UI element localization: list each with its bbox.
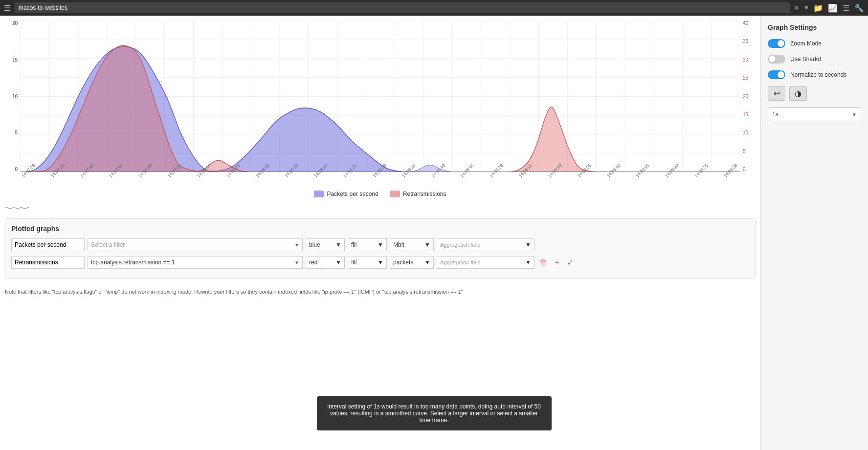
settings-panel: Graph Settings Zoom Mode Use Sharkd Norm… bbox=[760, 16, 868, 450]
contrast-icon: ◑ bbox=[795, 89, 801, 98]
y-axis-left: 20 15 10 5 0 bbox=[5, 21, 20, 172]
wrench-icon[interactable]: 🔧 bbox=[854, 3, 864, 13]
tooltip-text: Interval setting of 1s would result in t… bbox=[327, 403, 541, 424]
ok-row-button[interactable]: ✓ bbox=[565, 257, 575, 268]
graph-name-input-2[interactable] bbox=[11, 256, 85, 269]
legend-item-packets: Packets per second bbox=[314, 191, 378, 197]
y-axis-right: 40 35 30 25 20 15 10 5 0 bbox=[741, 21, 756, 172]
filter-select-text-2: tcp.analysis.retransmission == 1 bbox=[91, 259, 294, 266]
y-right-tick-20: 20 bbox=[743, 94, 748, 99]
color-value-1: blue bbox=[309, 241, 320, 248]
agg-arrow-1: ▼ bbox=[525, 241, 531, 248]
undo-button[interactable]: ↩ bbox=[768, 86, 785, 101]
color-arrow-2: ▼ bbox=[335, 259, 341, 266]
y-left-tick-5: 5 bbox=[15, 130, 18, 135]
filter-select-text-1: Select a filter bbox=[91, 241, 294, 248]
add-row-button[interactable]: ＋ bbox=[551, 257, 563, 269]
chart-area: 20 15 10 5 0 40 35 30 25 20 15 10 5 0 bbox=[0, 16, 760, 450]
zoom-mode-row: Zoom Mode bbox=[768, 39, 861, 48]
unit-arrow-1: ▼ bbox=[424, 241, 430, 248]
tooltip-bar: Interval setting of 1s would result in t… bbox=[317, 396, 552, 430]
y-right-tick-5: 5 bbox=[743, 149, 746, 154]
row-actions-2: 🗑 ＋ ✓ bbox=[537, 257, 575, 269]
use-sharkd-label: Use Sharkd bbox=[790, 56, 821, 63]
chart-legend: Packets per second Retransmissions bbox=[0, 191, 760, 197]
agg-arrow-2: ▼ bbox=[525, 259, 531, 266]
y-right-tick-25: 25 bbox=[743, 75, 748, 81]
settings-panel-title: Graph Settings bbox=[768, 23, 861, 31]
style-value-1: fill bbox=[351, 241, 356, 248]
normalize-row: Normalize to seconds bbox=[768, 70, 861, 79]
y-right-tick-30: 30 bbox=[743, 57, 748, 63]
zoom-mode-label: Zoom Mode bbox=[790, 40, 822, 47]
menu-icon[interactable]: ☰ bbox=[4, 3, 11, 13]
contrast-button[interactable]: ◑ bbox=[789, 86, 807, 101]
style-arrow-1: ▼ bbox=[378, 241, 383, 248]
interval-arrow: ▼ bbox=[852, 112, 857, 117]
color-select-2[interactable]: red ▼ bbox=[306, 256, 345, 269]
legend-label-packets: Packets per second bbox=[327, 191, 378, 197]
color-select-1[interactable]: blue ▼ bbox=[306, 238, 345, 251]
y-left-tick-0: 0 bbox=[15, 167, 18, 172]
table-row: Select a filter ▼ blue ▼ fill ▼ Mbit ▼ A… bbox=[11, 237, 749, 252]
y-left-tick-15: 15 bbox=[12, 57, 18, 63]
undo-icon: ↩ bbox=[774, 89, 780, 98]
url-bar[interactable] bbox=[15, 2, 790, 13]
plotted-graphs-title: Plotted graphs bbox=[11, 225, 749, 233]
y-right-tick-35: 35 bbox=[743, 39, 748, 44]
style-value-2: fill bbox=[351, 259, 356, 266]
use-sharkd-row: Use Sharkd bbox=[768, 55, 861, 64]
settings-action-buttons: ↩ ◑ bbox=[768, 86, 861, 101]
normalize-toggle[interactable] bbox=[768, 70, 785, 79]
filter-select-1[interactable]: Select a filter ▼ bbox=[88, 238, 303, 251]
unit-arrow-2: ▼ bbox=[424, 259, 430, 266]
unit-value-1: Mbit bbox=[393, 241, 404, 248]
table-row: tcp.analysis.retransmission == 1 ▼ red ▼… bbox=[11, 255, 749, 270]
legend-item-retransmissions: Retransmissions bbox=[390, 191, 446, 197]
use-sharkd-toggle[interactable] bbox=[768, 55, 785, 64]
chart-svg[interactable] bbox=[21, 21, 740, 172]
dropdown-icon[interactable]: ▼ bbox=[803, 4, 809, 11]
interval-dropdown[interactable]: 1s ▼ bbox=[768, 107, 861, 121]
graph-name-input-1[interactable] bbox=[11, 238, 85, 251]
filter-select-2[interactable]: tcp.analysis.retransmission == 1 ▼ bbox=[88, 256, 303, 269]
plotted-graphs-section: Plotted graphs Select a filter ▼ blue ▼ … bbox=[5, 218, 756, 279]
legend-color-packets bbox=[314, 191, 324, 197]
y-right-tick-10: 10 bbox=[743, 130, 748, 135]
y-right-tick-15: 15 bbox=[743, 112, 748, 117]
filter-select-arrow-1: ▼ bbox=[294, 242, 299, 248]
unit-select-2[interactable]: packets ▼ bbox=[390, 256, 434, 269]
color-arrow-1: ▼ bbox=[335, 241, 341, 248]
graph-container: 20 15 10 5 0 40 35 30 25 20 15 10 5 0 bbox=[5, 21, 756, 187]
agg-select-2[interactable]: Aggregation field ▼ bbox=[437, 256, 534, 269]
zoom-mode-toggle[interactable] bbox=[768, 39, 785, 48]
y-left-tick-20: 20 bbox=[12, 21, 18, 26]
titlebar-icons: 📁 📈 ☰ 🔧 bbox=[813, 3, 864, 13]
y-right-tick-40: 40 bbox=[743, 21, 748, 26]
folder-icon[interactable]: 📁 bbox=[813, 3, 823, 13]
y-left-tick-10: 10 bbox=[12, 94, 18, 99]
note-text: Note that filters like "tcp.analysis.fla… bbox=[5, 289, 756, 295]
legend-label-retransmissions: Retransmissions bbox=[403, 191, 446, 197]
unit-select-1[interactable]: Mbit ▼ bbox=[390, 238, 434, 251]
x-axis: 14:07:30 14:07:35 14:07:40 14:07:45 14:0… bbox=[21, 173, 740, 187]
main-content: 20 15 10 5 0 40 35 30 25 20 15 10 5 0 bbox=[0, 16, 868, 450]
style-select-1[interactable]: fill ▼ bbox=[348, 238, 387, 251]
delete-row-button[interactable]: 🗑 bbox=[537, 257, 549, 268]
agg-select-text-1: Aggregation field bbox=[440, 242, 525, 248]
close-icon[interactable]: ✕ bbox=[794, 4, 800, 12]
menu2-icon[interactable]: ☰ bbox=[843, 3, 849, 13]
chart-icon[interactable]: 📈 bbox=[828, 3, 838, 13]
style-select-2[interactable]: fill ▼ bbox=[348, 256, 387, 269]
agg-select-1[interactable]: Aggregation field ▼ bbox=[437, 238, 534, 251]
legend-color-retransmissions bbox=[390, 191, 400, 197]
wave-icon bbox=[5, 203, 29, 213]
style-arrow-2: ▼ bbox=[378, 259, 383, 266]
agg-select-text-2: Aggregation field bbox=[440, 259, 525, 265]
filter-select-arrow-2: ▼ bbox=[294, 260, 299, 265]
wave-icon-area bbox=[0, 201, 760, 216]
color-value-2: red bbox=[309, 259, 317, 266]
interval-value: 1s bbox=[772, 111, 848, 118]
titlebar: ☰ ✕ ▼ 📁 📈 ☰ 🔧 bbox=[0, 0, 868, 16]
unit-value-2: packets bbox=[393, 259, 413, 266]
